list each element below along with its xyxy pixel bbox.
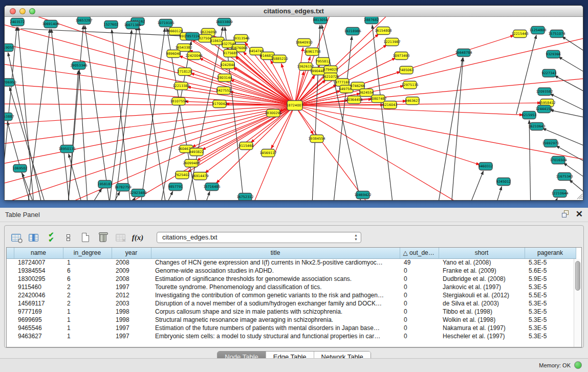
yellow-node[interactable]: 9493822 (189, 148, 204, 156)
column-header-short[interactable]: short (439, 248, 525, 258)
teal-node[interactable]: 9857791 (168, 183, 183, 191)
teal-node[interactable]: 12093582 (536, 88, 553, 96)
teal-node[interactable]: 11675343 (556, 173, 573, 181)
teal-node[interactable]: 2403572 (10, 18, 25, 26)
teal-node[interactable]: 9245012 (496, 178, 511, 186)
table-row[interactable]: 977716911998Corpus callosum shape and si… (7, 308, 576, 316)
red-edge[interactable] (295, 48, 303, 105)
network-canvas[interactable]: 1872400786601288912954182260581827504316… (5, 17, 583, 201)
teal-node[interactable]: 18950135 (58, 145, 75, 153)
teal-node[interactable]: 1527602 (104, 21, 119, 29)
teal-node[interactable]: 15716485 (203, 183, 220, 191)
yellow-node[interactable]: 15885210 (271, 55, 288, 63)
black-edge[interactable] (7, 122, 35, 201)
red-edge[interactable] (5, 105, 295, 124)
black-edge[interactable] (555, 76, 583, 96)
yellow-node[interactable]: 18640910 (295, 39, 312, 47)
red-edge[interactable] (295, 105, 523, 115)
yellow-node[interactable]: 19313546 (232, 35, 249, 42)
column-header-year[interactable]: year (112, 248, 151, 258)
yellow-node[interactable]: 2718120 (178, 68, 192, 76)
teal-node[interactable]: 1069502 (13, 165, 28, 172)
table-row[interactable]: 1872400712008Changes of HCN gene express… (7, 258, 576, 267)
black-edge[interactable] (562, 36, 583, 57)
black-edge[interactable] (120, 198, 135, 201)
teal-node[interactable]: 16648784 (455, 49, 472, 57)
scrollbar-thumb[interactable] (575, 261, 580, 291)
teal-node[interactable]: 2319055 (5, 44, 14, 52)
black-edge[interactable] (550, 110, 583, 119)
teal-node[interactable]: 2887682 (364, 17, 379, 24)
table-mode-button[interactable] (10, 232, 21, 243)
black-edge[interactable] (353, 200, 361, 201)
yellow-node[interactable]: 22420046 (185, 52, 202, 60)
table-row[interactable]: 911546021997Tourette syndrome. Phenomeno… (7, 283, 576, 291)
black-edge[interactable] (158, 191, 173, 201)
network-view-window[interactable]: citations_edges.txt 18724007866012889129… (4, 5, 583, 201)
teal-node[interactable]: 8813054 (313, 17, 328, 24)
yellow-node[interactable]: 16914479 (191, 172, 208, 180)
resize-grip-icon[interactable] (576, 192, 583, 200)
float-panel-icon[interactable] (562, 210, 570, 218)
yellow-node[interactable]: 8427552 (216, 87, 231, 95)
teal-node[interactable]: 12444154 (535, 105, 552, 113)
teal-node[interactable]: 12923488 (129, 189, 146, 197)
yellow-node[interactable]: 18107554 (170, 98, 187, 105)
yellow-node[interactable]: 12975135 (401, 81, 418, 89)
yellow-node[interactable]: 16154808 (375, 27, 391, 35)
black-edge[interactable] (322, 25, 363, 201)
teal-node[interactable]: 15692971 (542, 140, 559, 147)
teal-node[interactable]: 10953887 (5, 113, 14, 121)
black-edge[interactable] (547, 198, 557, 201)
black-edge[interactable] (21, 29, 186, 36)
yellow-node[interactable]: 12213987 (383, 38, 400, 46)
yellow-node[interactable]: 18300295 (265, 110, 281, 117)
table-row[interactable]: 969969511998Structural magnetic resonanc… (7, 316, 576, 324)
show-columns-button[interactable] (28, 232, 39, 243)
teal-node[interactable]: 16671385 (124, 21, 141, 29)
teal-node[interactable]: 8215953 (522, 112, 537, 119)
yellow-node[interactable]: 9175685 (223, 50, 238, 57)
teal-node[interactable]: 16033809 (215, 18, 232, 26)
teal-node[interactable]: 11254808 (529, 27, 546, 34)
red-edge[interactable] (5, 105, 295, 201)
select-all-button[interactable]: ✔✔ (45, 232, 56, 243)
yellow-node[interactable]: 3624554 (359, 89, 374, 97)
yellow-node[interactable]: 7955812 (316, 58, 331, 65)
black-edge[interactable] (66, 71, 78, 201)
network-window-titlebar[interactable]: citations_edges.txt (5, 6, 583, 17)
red-edge[interactable] (295, 105, 373, 201)
teal-node[interactable]: 10469422 (354, 191, 371, 199)
yellow-node[interactable]: 9463627 (405, 97, 420, 105)
table-select-dropdown[interactable]: citations_edges.txt ▲▼ (157, 232, 361, 243)
black-edge[interactable] (558, 57, 583, 77)
red-edge[interactable] (216, 105, 295, 183)
table-row[interactable]: 1830029562008Estimation of significance … (7, 275, 576, 283)
table-row[interactable]: 946554611997Estimation of the future num… (7, 324, 576, 332)
column-header-indegree[interactable]: in_degree (63, 248, 112, 258)
teal-node[interactable]: 23206950 (5, 79, 16, 86)
yellow-node[interactable]: 18724007 (286, 101, 303, 111)
column-header-title[interactable]: title (151, 248, 400, 258)
row-height-button[interactable] (62, 232, 74, 243)
column-header-outde[interactable]: △ out_de… (400, 248, 439, 258)
teal-node[interactable]: 17016504 (550, 157, 567, 164)
create-column-button[interactable] (80, 232, 91, 243)
teal-node[interactable]: 10653287 (75, 17, 92, 25)
yellow-node[interactable]: 12215443 (511, 30, 528, 38)
teal-node[interactable]: 9329366 (546, 51, 561, 58)
black-edge[interactable] (437, 58, 463, 201)
black-edge[interactable] (516, 35, 536, 114)
teal-node[interactable]: 15751074 (548, 30, 565, 38)
teal-node[interactable]: 1958187 (98, 181, 113, 188)
black-edge[interactable] (112, 27, 137, 201)
teal-node[interactable]: 9227343 (542, 70, 557, 77)
yellow-node[interactable]: 26099489 (183, 160, 200, 167)
red-edge[interactable] (187, 87, 295, 105)
column-header-name[interactable]: name (14, 248, 63, 258)
teal-node[interactable]: 7857224 (185, 33, 200, 40)
black-edge[interactable] (529, 120, 531, 201)
yellow-node[interactable]: 9896040 (166, 50, 181, 58)
yellow-node[interactable]: 16961758 (303, 48, 320, 56)
teal-node[interactable]: 29053346 (70, 62, 87, 70)
